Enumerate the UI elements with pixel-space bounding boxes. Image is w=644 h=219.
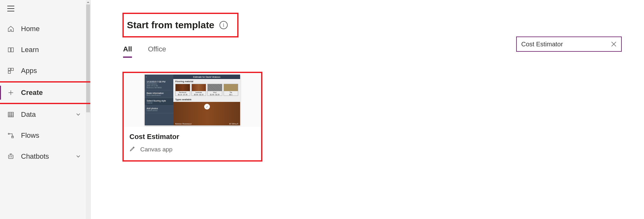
svg-rect-1 [11, 68, 13, 70]
tab-office[interactable]: Office [148, 45, 166, 58]
sidebar-item-label: Data [21, 110, 36, 119]
back-chevron-icon: ‹ [145, 75, 148, 79]
main-content: Start from template i All Office ‹ 1/13/… [91, 0, 644, 219]
thumb-flooring-label: Flooring material [173, 79, 240, 84]
thumb-sec-photos-sub: Capture photos [147, 110, 171, 111]
sidebar-item-create[interactable]: Create [0, 81, 90, 104]
svg-rect-6 [9, 155, 13, 158]
svg-point-4 [8, 133, 10, 135]
template-card-cost-estimator[interactable]: ‹ 1/13/2015 7:00 PM David Veskovo 2609 1… [122, 72, 262, 162]
thumb-meta-addr2: Redmond, WA 48052 [147, 87, 171, 89]
apps-icon [7, 67, 15, 75]
swatch-name: Hardwood [176, 91, 190, 94]
hamburger-menu-button[interactable] [0, 0, 90, 18]
svg-point-7 [10, 156, 10, 157]
sidebar-item-label: Create [21, 89, 43, 97]
sidebar-item-flows[interactable]: Flows [0, 125, 90, 146]
sidebar-item-label: Flows [21, 131, 39, 140]
swatch-price: $3.1 [224, 94, 238, 96]
page-title: Start from template [127, 20, 214, 30]
search-input[interactable] [521, 41, 610, 48]
svg-point-8 [11, 156, 12, 157]
home-icon [7, 25, 15, 33]
svg-rect-0 [8, 68, 10, 70]
sidebar-item-label: Home [21, 25, 40, 33]
thumb-sec-style: Select flooring style [147, 100, 171, 102]
sidebar-item-label: Apps [21, 67, 37, 75]
sidebar-item-apps[interactable]: Apps [0, 60, 90, 81]
sidebar-item-label: Learn [21, 46, 39, 54]
plus-icon [7, 89, 15, 96]
svg-rect-5 [12, 136, 14, 138]
swatch-price: $0.69 - $2.19 [192, 94, 206, 96]
chatbot-icon [7, 153, 15, 160]
page-heading-group: Start from template i [122, 13, 239, 37]
swatch-name: Laminate [192, 91, 206, 94]
book-icon [7, 46, 15, 54]
close-icon [610, 41, 617, 48]
sidebar-item-chatbots[interactable]: Chatbots [0, 146, 90, 167]
template-card-subtitle: Canvas app [140, 146, 172, 153]
svg-rect-2 [8, 71, 10, 73]
svg-rect-3 [8, 112, 14, 117]
swatch-price: $1.99 - $2.29 [208, 94, 222, 96]
thumb-selected-price: $7.39/sq ft [229, 123, 238, 125]
pencil-icon [129, 145, 136, 153]
swatch-name: Vinyl [208, 91, 222, 94]
template-card-title: Cost Estimator [129, 133, 255, 141]
thumb-sec-basic: Basic information [147, 92, 171, 94]
thumbnail-mock: ‹ 1/13/2015 7:00 PM David Veskovo 2609 1… [145, 75, 240, 125]
chevron-down-icon [76, 152, 81, 161]
sidebar-item-learn[interactable]: Learn [0, 39, 90, 60]
sidebar-item-home[interactable]: Home [0, 18, 90, 39]
swatch-price: $6.19 - $7.39 [176, 94, 190, 96]
thumb-meta-date: 1/13/2015 7:00 PM [147, 81, 171, 83]
swatch-name: Tile [224, 91, 238, 94]
tab-all[interactable]: All [123, 45, 132, 58]
thumb-types-label: Types available [173, 97, 240, 102]
thumb-sec-basic-sub: Room specifications [147, 94, 171, 96]
flows-icon [7, 132, 15, 139]
template-search[interactable] [516, 36, 622, 52]
template-thumbnail: ‹ 1/13/2015 7:00 PM David Veskovo 2609 1… [124, 73, 261, 127]
chevron-down-icon [76, 110, 81, 119]
check-icon: ✓ [204, 104, 210, 110]
thumb-sec-style-sub: material [147, 102, 171, 104]
scroll-up-icon[interactable] [86, 0, 90, 4]
sidebar-item-data[interactable]: Data [0, 104, 90, 125]
hamburger-icon [7, 5, 15, 13]
thumb-selected-name: Bolivian Rosewood [175, 123, 191, 125]
data-icon [7, 111, 15, 118]
clear-search-button[interactable] [610, 41, 617, 48]
thumb-sec-photos: Add photos [147, 107, 171, 110]
info-icon[interactable]: i [219, 21, 228, 29]
sidebar: Home Learn Apps Create Data Flows [0, 0, 91, 219]
sidebar-item-label: Chatbots [21, 152, 49, 161]
thumb-header: Estimate for David Veskovo [173, 75, 240, 79]
